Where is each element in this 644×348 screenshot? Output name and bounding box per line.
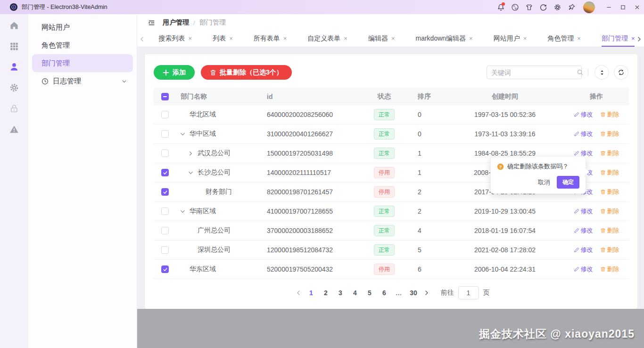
department-name: 广州总公司 bbox=[198, 226, 231, 235]
tab-所有表单[interactable]: 所有表单× bbox=[254, 31, 287, 47]
sidebar-item-日志管理[interactable]: 日志管理 bbox=[32, 72, 133, 90]
delete-button[interactable]: 删除 bbox=[600, 265, 619, 273]
language-toggle-icon[interactable]: 中En bbox=[508, 0, 522, 14]
goto-page-input[interactable] bbox=[458, 286, 479, 299]
goto-label: 前往 bbox=[441, 289, 454, 297]
pagination-page-3[interactable]: 3 bbox=[335, 289, 347, 297]
row-id: 120000198512084732 bbox=[267, 246, 363, 254]
delete-button[interactable]: 删除 bbox=[600, 226, 619, 235]
sidebar-item-部门管理[interactable]: 部门管理 bbox=[32, 54, 133, 72]
row-checkbox[interactable] bbox=[161, 149, 169, 157]
system-gear-icon[interactable] bbox=[9, 82, 20, 93]
pagination-page-4[interactable]: 4 bbox=[349, 289, 361, 297]
breadcrumb-parent[interactable]: 用户管理 bbox=[163, 18, 189, 27]
edit-button[interactable]: 修改 bbox=[574, 207, 593, 215]
apps-grid-icon[interactable] bbox=[9, 41, 20, 51]
sidebar-item-label: 角色管理 bbox=[41, 41, 70, 50]
edit-button[interactable]: 修改 bbox=[574, 130, 593, 138]
pagination-next-icon[interactable] bbox=[421, 290, 432, 296]
collapse-menu-icon[interactable] bbox=[148, 19, 156, 27]
tab-部门管理[interactable]: 部门管理× bbox=[602, 31, 635, 47]
column-sort-button[interactable] bbox=[594, 65, 609, 80]
titlebar-actions: 中En bbox=[494, 0, 644, 14]
popconfirm-cancel-button[interactable]: 取消 bbox=[538, 178, 550, 187]
row-checkbox[interactable] bbox=[161, 207, 169, 215]
row-sort: 1 bbox=[405, 149, 446, 157]
settings-gear-icon[interactable] bbox=[550, 0, 564, 14]
sidebar-item-label: 部门管理 bbox=[41, 59, 70, 68]
pagination-page-30[interactable]: 30 bbox=[408, 289, 420, 297]
alerts-warning-icon[interactable] bbox=[9, 124, 20, 134]
pagination-more[interactable]: … bbox=[393, 289, 405, 297]
avatar[interactable] bbox=[583, 1, 595, 13]
expand-row-icon[interactable] bbox=[188, 151, 198, 156]
tab-网站用户[interactable]: 网站用户× bbox=[494, 31, 527, 47]
tab-编辑器[interactable]: 编辑器× bbox=[368, 31, 395, 47]
popconfirm-confirm-button[interactable]: 确定 bbox=[557, 176, 579, 189]
row-checkbox[interactable] bbox=[161, 111, 169, 118]
delete-button[interactable]: 删除 bbox=[600, 207, 619, 215]
minimize-button[interactable] bbox=[602, 0, 616, 14]
batch-delete-button[interactable]: 批量删除（已选3个） bbox=[201, 65, 292, 80]
tab-close-icon[interactable]: × bbox=[523, 35, 527, 41]
tab-列表[interactable]: 列表× bbox=[213, 31, 233, 47]
collapse-row-icon[interactable] bbox=[180, 132, 190, 137]
delete-button[interactable]: 删除 bbox=[600, 130, 619, 138]
tab-close-icon[interactable]: × bbox=[469, 35, 473, 41]
refresh-icon[interactable] bbox=[536, 0, 550, 14]
department-name-cell: 长沙总公司 bbox=[174, 168, 267, 177]
pagination-prev-icon[interactable] bbox=[293, 290, 304, 296]
row-checkbox[interactable] bbox=[161, 265, 169, 273]
delete-button[interactable]: 删除 bbox=[600, 149, 619, 157]
theme-skin-icon[interactable] bbox=[522, 0, 536, 14]
tab-自定义表单[interactable]: 自定义表单× bbox=[307, 31, 347, 47]
users-icon[interactable] bbox=[9, 61, 20, 72]
row-checkbox[interactable] bbox=[161, 227, 169, 234]
row-checkbox[interactable] bbox=[161, 188, 169, 196]
tabs-scroll-left-icon[interactable] bbox=[137, 31, 147, 47]
tab-close-icon[interactable]: × bbox=[283, 35, 287, 41]
row-checkbox[interactable] bbox=[161, 130, 169, 138]
table-refresh-button[interactable] bbox=[614, 65, 628, 80]
row-checkbox[interactable] bbox=[161, 169, 169, 176]
pin-icon[interactable] bbox=[564, 0, 578, 14]
search-icon[interactable] bbox=[577, 69, 584, 76]
pagination-page-2[interactable]: 2 bbox=[320, 289, 332, 297]
sidebar-item-角色管理[interactable]: 角色管理 bbox=[32, 36, 133, 54]
delete-button[interactable]: 删除 bbox=[600, 168, 619, 177]
tab-close-icon[interactable]: × bbox=[631, 35, 635, 41]
select-all-checkbox[interactable] bbox=[161, 93, 169, 100]
collapse-row-icon[interactable] bbox=[180, 209, 190, 214]
tab-close-icon[interactable]: × bbox=[577, 35, 581, 41]
tab-角色管理[interactable]: 角色管理× bbox=[547, 31, 581, 47]
add-button[interactable]: 添加 bbox=[154, 65, 195, 80]
tab-markdown编辑器[interactable]: markdown编辑器× bbox=[416, 31, 473, 47]
edit-button[interactable]: 修改 bbox=[574, 246, 593, 254]
delete-button[interactable]: 删除 bbox=[600, 110, 619, 119]
tab-close-icon[interactable]: × bbox=[189, 35, 192, 41]
delete-button[interactable]: 删除 bbox=[600, 246, 619, 254]
tabs-scroll-right-icon[interactable] bbox=[635, 31, 644, 47]
pagination-page-5[interactable]: 5 bbox=[364, 289, 376, 297]
edit-button[interactable]: 修改 bbox=[574, 110, 593, 119]
edit-button[interactable]: 修改 bbox=[574, 226, 593, 235]
sidebar-item-网站用户[interactable]: 网站用户 bbox=[32, 18, 133, 36]
tab-close-icon[interactable]: × bbox=[229, 35, 233, 41]
row-checkbox[interactable] bbox=[161, 246, 169, 254]
collapse-row-icon[interactable] bbox=[188, 170, 198, 175]
notifications-bell-icon[interactable] bbox=[494, 0, 508, 14]
edit-button[interactable]: 修改 bbox=[574, 265, 593, 273]
delete-button[interactable]: 删除 bbox=[600, 188, 619, 196]
row-sort: 2 bbox=[405, 188, 446, 196]
tab-close-icon[interactable]: × bbox=[344, 35, 347, 41]
home-icon[interactable] bbox=[9, 20, 20, 31]
maximize-button[interactable] bbox=[616, 0, 630, 14]
lock-icon[interactable] bbox=[9, 103, 20, 114]
close-button[interactable] bbox=[630, 0, 644, 14]
pagination-page-6[interactable]: 6 bbox=[379, 289, 390, 297]
tab-搜索列表[interactable]: 搜索列表× bbox=[159, 31, 192, 47]
sidebar-item-label: 网站用户 bbox=[41, 23, 70, 32]
pagination-page-1[interactable]: 1 bbox=[305, 289, 317, 297]
keyword-search-input[interactable] bbox=[491, 69, 577, 76]
tab-close-icon[interactable]: × bbox=[391, 35, 395, 41]
